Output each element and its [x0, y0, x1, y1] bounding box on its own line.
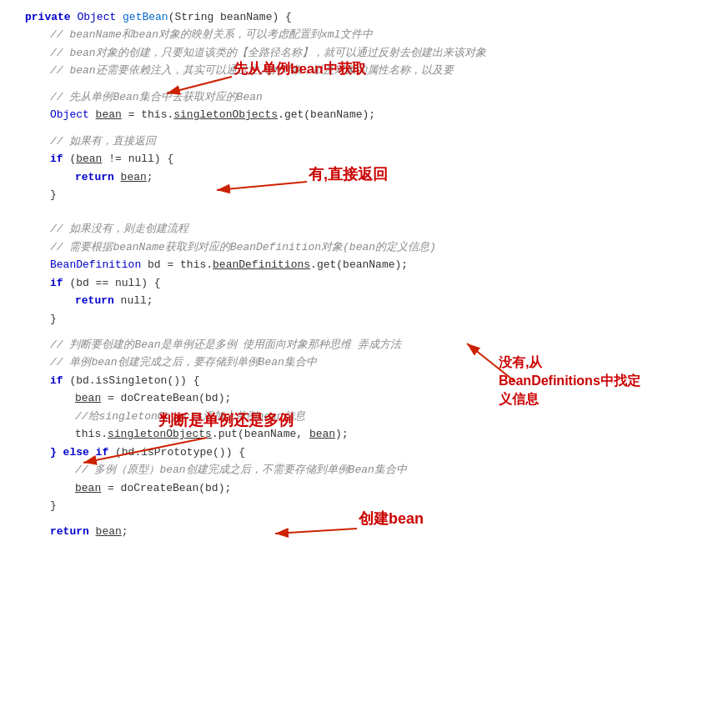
- keyword: } else if: [50, 446, 115, 459]
- keyword: if: [50, 374, 69, 387]
- comment-text: // 如果没有，则走创建流程: [50, 223, 188, 235]
- method-name: getBean: [123, 11, 168, 23]
- underlined-var: bean: [121, 171, 147, 183]
- code-line: // 需要根据beanName获取到对应的BeanDefinition对象(be…: [0, 238, 728, 256]
- code-line: private Object getBean(String beanName) …: [0, 8, 728, 26]
- blank-line: [0, 80, 728, 88]
- code-line: // 单例bean创建完成之后，要存储到单例Bean集合中: [0, 353, 728, 371]
- comment-text: // 判断要创建的Bean是单例还是多例 使用面向对象那种思维 弄成方法: [50, 338, 401, 351]
- code-line: // 判断要创建的Bean是单例还是多例 使用面向对象那种思维 弄成方法: [0, 336, 728, 353]
- code-text: ;: [122, 525, 128, 538]
- code-text: (bd.isSingleton()) {: [69, 374, 199, 387]
- code-line: // 先从单例Bean集合中去获取对应的Bean: [0, 88, 728, 106]
- type-name: Object: [77, 11, 123, 23]
- code-line: return null;: [0, 292, 728, 309]
- code-text: = doCreateBean(bd);: [101, 392, 231, 404]
- code-line: if (bean != null) {: [0, 150, 728, 168]
- keyword: private: [25, 11, 77, 23]
- code-text: this.: [75, 428, 108, 440]
- blank-line: [0, 328, 728, 336]
- comment-text: // bean还需要依赖注入，其实可以通过注入的对象，以及对象的属性名称，以及要: [50, 64, 454, 77]
- code-line: }: [0, 310, 728, 328]
- code-text: }: [50, 188, 57, 201]
- keyword: if: [50, 153, 69, 165]
- code-text: (String beanName) {: [168, 11, 292, 23]
- blank-line: [0, 212, 728, 220]
- code-text: ;: [147, 171, 153, 183]
- blank-line: [0, 124, 728, 133]
- comment-text: // 先从单例Bean集合中去获取对应的Bean: [50, 91, 263, 103]
- code-line: this.singletonObjects.put(beanName, bean…: [0, 425, 728, 443]
- blank-line: [0, 203, 728, 212]
- underlined-var: beanDefinitions: [213, 258, 310, 271]
- code-text: null;: [121, 294, 153, 307]
- code-line: Object bean = this.singletonObjects.get(…: [0, 106, 728, 123]
- code-text: != null) {: [102, 153, 173, 165]
- code-text: = doCreateBean(bd);: [101, 482, 231, 494]
- code-line: bean = doCreateBean(bd);: [0, 389, 728, 407]
- comment-text: // beanName和bean对象的映射关系，可以考虑配置到xml文件中: [50, 28, 373, 41]
- code-line: } else if (bd.isPrototype()) {: [0, 444, 728, 461]
- code-line: // beanName和bean对象的映射关系，可以考虑配置到xml文件中: [0, 26, 728, 43]
- code-line: BeanDefinition bd = this.beanDefinitions…: [0, 256, 728, 273]
- keyword: return: [75, 294, 121, 307]
- keyword: return: [75, 171, 121, 183]
- type-name: BeanDefinition: [50, 258, 148, 271]
- code-text: (bd == null) {: [69, 277, 160, 289]
- code-line: bean = doCreateBean(bd);: [0, 479, 728, 497]
- comment-text: // 单例bean创建完成之后，要存储到单例Bean集合中: [50, 356, 317, 369]
- underlined-var: bean: [75, 392, 101, 404]
- code-text: .put(beanName,: [212, 428, 309, 440]
- code-line: }: [0, 497, 728, 514]
- keyword: return: [50, 525, 96, 538]
- comment-text: // 需要根据beanName获取到对应的BeanDefinition对象(be…: [50, 241, 436, 253]
- blank-line: [0, 514, 728, 523]
- keyword: if: [50, 277, 69, 289]
- code-line: // bean还需要依赖注入，其实可以通过注入的对象，以及对象的属性名称，以及要: [0, 62, 728, 79]
- comment-text: // bean对象的创建，只要知道该类的【全路径名称】，就可以通过反射去创建出来…: [50, 47, 486, 59]
- code-text: .get(beanName);: [278, 108, 375, 121]
- code-text: );: [335, 428, 349, 440]
- underlined-var: bean: [96, 525, 122, 538]
- code-line: }: [0, 186, 728, 203]
- underlined-var: singletonObjects: [173, 108, 278, 121]
- code-line: // 多例（原型）bean创建完成之后，不需要存储到单例Bean集合中: [0, 461, 728, 479]
- underlined-var: bean: [309, 428, 335, 440]
- code-text: bd = this.: [148, 258, 213, 271]
- code-text: }: [50, 499, 57, 512]
- code-text: .get(beanName);: [310, 258, 408, 271]
- underlined-var: bean: [96, 108, 122, 121]
- code-line: // 如果没有，则走创建流程: [0, 220, 728, 238]
- comment-text: // 如果有，直接返回: [50, 135, 156, 148]
- underlined-var: bean: [76, 153, 102, 165]
- code-line: return bean;: [0, 523, 728, 540]
- code-block: private Object getBean(String beanName) …: [0, 0, 728, 549]
- comment-text: //给singletonObjects添加上单例bean信息: [75, 410, 305, 423]
- underlined-var: singletonObjects: [108, 428, 212, 440]
- underlined-var: bean: [75, 482, 101, 494]
- code-line: if (bd == null) {: [0, 274, 728, 292]
- code-text: = this.: [122, 108, 173, 121]
- code-text: (bd.isPrototype()) {: [115, 446, 245, 459]
- code-text: }: [50, 313, 57, 325]
- code-line: return bean;: [0, 168, 728, 186]
- code-line: if (bd.isSingleton()) {: [0, 372, 728, 389]
- code-line: // bean对象的创建，只要知道该类的【全路径名称】，就可以通过反射去创建出来…: [0, 44, 728, 62]
- code-line: // 如果有，直接返回: [0, 133, 728, 150]
- code-line: //给singletonObjects添加上单例bean信息: [0, 408, 728, 425]
- type-name: Object: [50, 108, 96, 121]
- comment-text: // 多例（原型）bean创建完成之后，不需要存储到单例Bean集合中: [75, 464, 407, 476]
